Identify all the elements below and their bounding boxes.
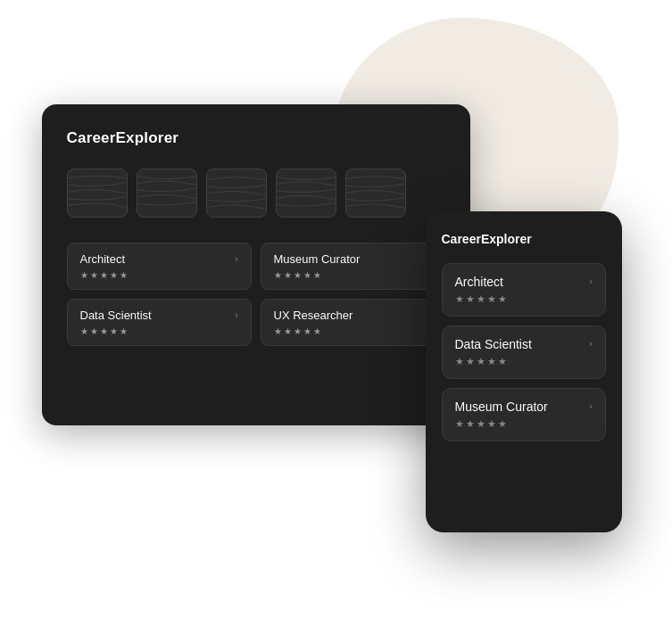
- mobile-data-scientist-stars: ★ ★ ★ ★ ★: [455, 356, 593, 367]
- thumbnail-4: [276, 169, 336, 218]
- desktop-career-grid: Architect › ★ ★ ★ ★ ★ Museum Curator ★ ★: [67, 243, 445, 346]
- star-4: ★: [487, 356, 496, 367]
- mobile-chevron-icon: ›: [589, 276, 592, 286]
- desktop-career-data-scientist[interactable]: Data Scientist › ★ ★ ★ ★ ★: [67, 299, 252, 346]
- star-5: ★: [498, 356, 507, 367]
- star-2: ★: [466, 356, 475, 367]
- mobile-architect-stars: ★ ★ ★ ★ ★: [455, 293, 593, 305]
- mobile-career-architect[interactable]: Architect › ★ ★ ★ ★ ★: [442, 263, 606, 317]
- thumbnail-2: [137, 169, 197, 218]
- star-1: ★: [80, 326, 88, 336]
- star-1: ★: [455, 418, 464, 430]
- desktop-card: CareerExplorer: [42, 104, 470, 425]
- mobile-career-museum-curator[interactable]: Museum Curator › ★ ★ ★ ★ ★: [442, 388, 606, 441]
- star-5: ★: [120, 270, 128, 280]
- star-2: ★: [90, 270, 98, 280]
- star-1: ★: [274, 326, 282, 336]
- star-1: ★: [455, 356, 464, 367]
- star-2: ★: [284, 326, 292, 336]
- star-2: ★: [466, 293, 475, 305]
- star-3: ★: [294, 326, 302, 336]
- star-1: ★: [455, 293, 464, 305]
- star-4: ★: [110, 326, 118, 336]
- mobile-logo: CareerExplorer: [442, 231, 606, 247]
- ux-researcher-stars: ★ ★ ★ ★ ★: [274, 326, 432, 336]
- star-3: ★: [100, 270, 108, 280]
- desktop-logo: CareerExplorer: [67, 129, 445, 147]
- mobile-logo-text: CareerExplorer: [442, 232, 532, 246]
- mobile-chevron-icon: ›: [589, 401, 592, 411]
- mobile-card: CareerExplorer Architect › ★ ★ ★ ★ ★: [426, 211, 622, 532]
- star-4: ★: [303, 270, 311, 280]
- star-4: ★: [487, 418, 496, 430]
- star-5: ★: [313, 270, 321, 280]
- star-2: ★: [284, 270, 292, 280]
- star-3: ★: [294, 270, 302, 280]
- mobile-career-list: Architect › ★ ★ ★ ★ ★ Data Scientist › ★: [442, 263, 606, 441]
- star-1: ★: [80, 270, 88, 280]
- star-4: ★: [110, 270, 118, 280]
- star-4: ★: [303, 326, 311, 336]
- star-5: ★: [313, 326, 321, 336]
- star-3: ★: [477, 356, 485, 367]
- chevron-icon: ›: [235, 254, 237, 264]
- thumbnail-1: [67, 169, 128, 218]
- star-3: ★: [477, 293, 485, 305]
- star-2: ★: [466, 418, 475, 430]
- star-2: ★: [90, 326, 98, 336]
- mobile-career-data-scientist[interactable]: Data Scientist › ★ ★ ★ ★ ★: [442, 325, 606, 379]
- star-1: ★: [274, 270, 282, 280]
- thumbnail-3: [206, 169, 267, 218]
- desktop-logo-text: CareerExplorer: [67, 129, 179, 147]
- desktop-career-ux-researcher[interactable]: UX Researcher ★ ★ ★ ★ ★: [261, 299, 445, 346]
- star-4: ★: [487, 293, 496, 305]
- data-scientist-stars: ★ ★ ★ ★ ★: [80, 326, 238, 336]
- star-5: ★: [120, 326, 128, 336]
- mobile-chevron-icon: ›: [589, 339, 592, 349]
- thumbnail-row: [67, 169, 445, 218]
- scene: CareerExplorer: [24, 33, 649, 586]
- star-5: ★: [498, 418, 507, 430]
- mobile-museum-curator-stars: ★ ★ ★ ★ ★: [455, 418, 593, 430]
- star-3: ★: [100, 326, 108, 336]
- museum-stars: ★ ★ ★ ★ ★: [274, 270, 432, 280]
- thumbnail-5: [345, 169, 406, 218]
- chevron-icon: ›: [235, 310, 237, 320]
- desktop-career-architect[interactable]: Architect › ★ ★ ★ ★ ★: [67, 243, 252, 290]
- desktop-career-museum-curator[interactable]: Museum Curator ★ ★ ★ ★ ★: [261, 243, 445, 290]
- star-5: ★: [498, 293, 507, 305]
- star-3: ★: [477, 418, 485, 430]
- architect-stars: ★ ★ ★ ★ ★: [80, 270, 238, 280]
